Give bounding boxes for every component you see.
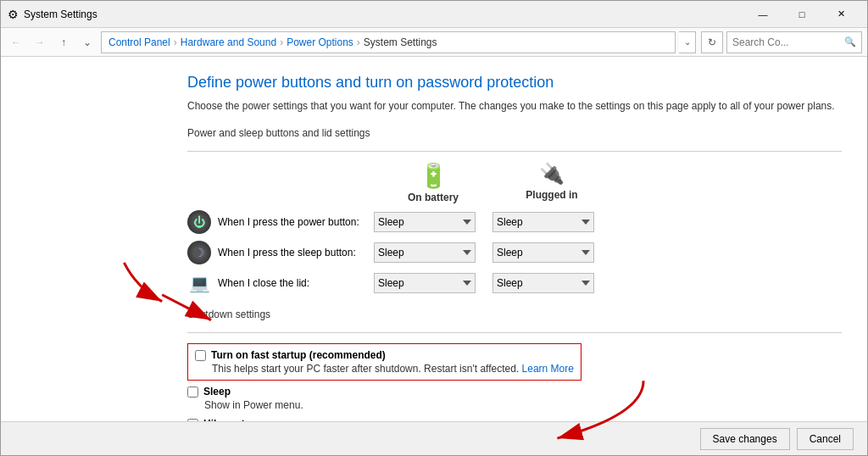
power-button-label: When I press the power button: bbox=[218, 216, 359, 228]
sleep-button-label: When I press the sleep button: bbox=[218, 247, 356, 259]
fast-startup-desc: This helps start your PC faster after sh… bbox=[212, 363, 574, 375]
lid-row: 💻 When I close the lid: SleepDo nothingH… bbox=[187, 271, 842, 295]
lid-pluggedin-select[interactable]: SleepDo nothingHibernateShut down bbox=[492, 273, 594, 293]
sleep-button-icon: ☽ bbox=[187, 241, 211, 264]
search-box: 🔍 bbox=[726, 31, 862, 53]
lid-icon: 💻 bbox=[187, 271, 211, 295]
save-button[interactable]: Save changes bbox=[700, 428, 790, 450]
sleep-shutdown-label[interactable]: Sleep bbox=[203, 386, 231, 398]
title-bar: ⚙ System Settings — □ ✕ bbox=[1, 1, 867, 28]
forward-button[interactable]: → bbox=[30, 32, 50, 53]
content-area: Define power buttons and turn on passwor… bbox=[1, 57, 867, 421]
maximize-button[interactable]: □ bbox=[782, 1, 821, 28]
refresh-button[interactable]: ↻ bbox=[701, 31, 723, 53]
search-input[interactable] bbox=[732, 36, 844, 48]
search-icon: 🔍 bbox=[844, 36, 856, 47]
plug-icon: 🔌 bbox=[539, 162, 565, 186]
fast-startup-checkbox[interactable] bbox=[195, 350, 206, 361]
page-description: Choose the power settings that you want … bbox=[187, 98, 842, 114]
address-bar: ← → ↑ ⌄ Control Panel › Hardware and Sou… bbox=[1, 28, 867, 57]
up-button[interactable]: ↑ bbox=[53, 32, 74, 53]
window-title: System Settings bbox=[24, 8, 743, 20]
address-dropdown[interactable]: ⌄ bbox=[679, 31, 696, 53]
cancel-button[interactable]: Cancel bbox=[797, 428, 854, 450]
battery-header: 🔋 On battery bbox=[374, 162, 492, 203]
recent-button[interactable]: ⌄ bbox=[77, 32, 97, 53]
breadcrumb: Control Panel › Hardware and Sound › Pow… bbox=[101, 31, 676, 53]
lid-label: When I close the lid: bbox=[218, 277, 309, 289]
power-button-icon: ⏻ bbox=[187, 210, 211, 234]
pluggedin-header: 🔌 Plugged in bbox=[492, 162, 611, 203]
page-title: Define power buttons and turn on passwor… bbox=[187, 74, 842, 92]
main-window: Define power buttons and turn on passwor… bbox=[1, 57, 867, 455]
close-button[interactable]: ✕ bbox=[821, 1, 860, 28]
minimize-button[interactable]: — bbox=[743, 1, 782, 28]
sleep-checkbox[interactable] bbox=[187, 386, 198, 398]
breadcrumb-current: System Settings bbox=[364, 36, 437, 48]
power-pluggedin-select[interactable]: SleepDo nothingHibernateShut down bbox=[492, 212, 594, 232]
power-sleep-section: Power and sleep buttons and lid settings… bbox=[187, 127, 842, 295]
breadcrumb-control-panel[interactable]: Control Panel bbox=[108, 36, 170, 48]
shutdown-section-title: Shutdown settings bbox=[187, 309, 842, 324]
window-controls: — □ ✕ bbox=[743, 1, 860, 28]
power-battery-select[interactable]: SleepDo nothingHibernateShut down bbox=[374, 212, 476, 232]
breadcrumb-power[interactable]: Power Options bbox=[287, 36, 353, 48]
sleep-shutdown-item: Sleep Show in Power menu. bbox=[187, 386, 842, 411]
section-divider-2 bbox=[187, 332, 842, 333]
sleep-battery-select[interactable]: SleepDo nothingHibernateShut down bbox=[374, 242, 476, 263]
battery-icon: 🔋 bbox=[419, 162, 448, 190]
fast-startup-label-row: Turn on fast startup (recommended) bbox=[195, 349, 574, 361]
breadcrumb-hardware[interactable]: Hardware and Sound bbox=[181, 36, 276, 48]
lid-battery-select[interactable]: SleepDo nothingHibernateShut down bbox=[374, 273, 476, 293]
bottom-bar: Save changes Cancel bbox=[1, 421, 867, 455]
section-divider-1 bbox=[187, 151, 842, 152]
sleep-button-row: ☽ When I press the sleep button: SleepDo… bbox=[187, 241, 842, 264]
power-grid-header: 🔋 On battery 🔌 Plugged in bbox=[187, 162, 842, 203]
section1-title: Power and sleep buttons and lid settings bbox=[187, 127, 842, 142]
pluggedin-label: Plugged in bbox=[526, 189, 577, 201]
fast-startup-box: Turn on fast startup (recommended) This … bbox=[187, 343, 581, 381]
sleep-shutdown-desc: Show in Power menu. bbox=[204, 399, 842, 411]
learn-more-link[interactable]: Learn More bbox=[522, 363, 574, 375]
window: ⚙ System Settings — □ ✕ ← → ↑ ⌄ Control … bbox=[0, 0, 868, 456]
battery-label: On battery bbox=[408, 192, 459, 203]
shutdown-section: Shutdown settings Turn on fast startup (… bbox=[187, 309, 842, 421]
window-icon: ⚙ bbox=[8, 8, 19, 21]
power-button-row: ⏻ When I press the power button: SleepDo… bbox=[187, 210, 842, 234]
back-button[interactable]: ← bbox=[6, 32, 26, 53]
fast-startup-label[interactable]: Turn on fast startup (recommended) bbox=[211, 349, 386, 361]
sleep-pluggedin-select[interactable]: SleepDo nothingHibernateShut down bbox=[492, 242, 594, 263]
